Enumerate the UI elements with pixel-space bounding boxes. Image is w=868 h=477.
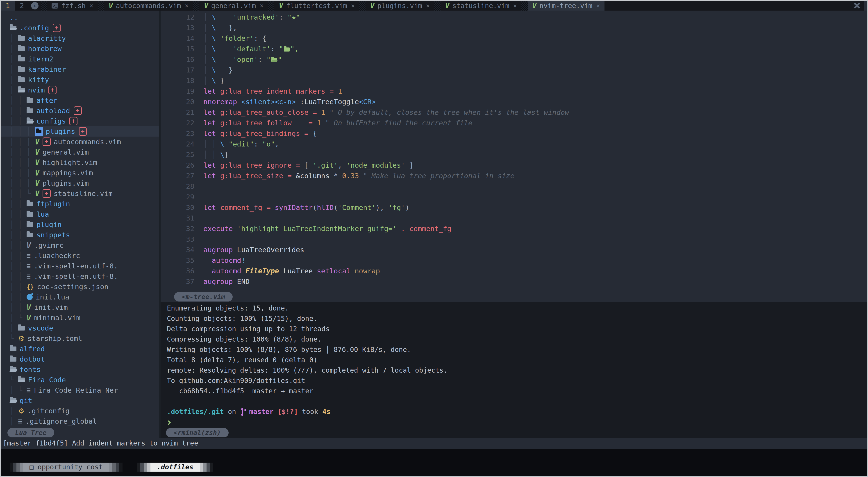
indent-guides: │ │: [10, 293, 27, 301]
tab-close-button[interactable]: ×: [89, 2, 93, 9]
tree-item-iterm2[interactable]: │ iterm2: [1, 54, 159, 64]
history-back-button[interactable]: ←: [29, 1, 41, 10]
code-text: augroup END: [204, 276, 250, 287]
tree-item-autocommands.vim[interactable]: │ │ │ V+autocommands.vim: [1, 137, 159, 147]
kitty-tab-.dotfiles[interactable]: .dotfiles: [137, 463, 213, 472]
tree-item-alacritty[interactable]: │ alacritty: [1, 33, 159, 43]
tab-close-button[interactable]: ×: [351, 2, 355, 9]
tree-item-fonts[interactable]: fonts: [1, 364, 159, 375]
code-line: 22let g:lua_tree_follow = 1 " On bufEnte…: [161, 118, 867, 128]
tree-item-.config[interactable]: .config+: [1, 23, 159, 33]
tab-number-2[interactable]: 2: [15, 1, 29, 10]
prompt-segment: [$!?]: [274, 408, 298, 416]
tree-item-..[interactable]: ..: [1, 12, 159, 23]
tab-close-button[interactable]: ×: [596, 2, 600, 9]
tab-close-button[interactable]: ×: [185, 2, 189, 9]
editor-pane[interactable]: 12│ \ 'untracked': "★"13│ \ },14│ \ 'fol…: [161, 10, 867, 292]
tree-item-plugins.vim[interactable]: │ │ │ Vplugins.vim: [1, 178, 159, 188]
buffer-tab-fzf.sh[interactable]: >_fzf.sh×: [47, 1, 98, 10]
tree-item-.luacheckrc[interactable]: │ │ ≡.luacheckrc: [1, 250, 159, 261]
tree-item-.gitconfig[interactable]: │ ⚙.gitconfig: [1, 406, 159, 416]
prompt-chevron-icon: [166, 420, 171, 425]
tree-item-vscode[interactable]: │ vscode: [1, 323, 159, 333]
close-all-button[interactable]: [850, 1, 864, 10]
tree-item-lua[interactable]: │ │ lua: [1, 209, 159, 219]
tree-item-label: configs: [36, 117, 66, 125]
tree-item-Fira-Code[interactable]: └ Fira Code: [1, 375, 159, 385]
tree-item-alfred[interactable]: alfred: [1, 344, 159, 354]
buffer-tab-nvim-tree.vim[interactable]: Vnvim-tree.vim×: [528, 1, 604, 10]
tree-item-.vim-spell-en.utf-8.[interactable]: │ │ ≡.vim-spell-en.utf-8.: [1, 261, 159, 271]
buffer-tab-statusline.vim[interactable]: Vstatusline.vim×: [440, 1, 521, 10]
tab-close-button[interactable]: ×: [426, 2, 430, 9]
tree-item-git[interactable]: git: [1, 395, 159, 406]
tree-item-.vim-spell-en.utf-8.[interactable]: │ │ ≡.vim-spell-en.utf-8.: [1, 271, 159, 281]
vim-file-icon: V: [35, 189, 39, 198]
tree-item-starship.toml[interactable]: └ ⚙starship.toml: [1, 333, 159, 344]
folder-closed-icon: [18, 77, 25, 82]
tree-item-homebrew[interactable]: │ homebrew: [1, 43, 159, 54]
tree-item-.gitignore-global[interactable]: │ ≡.gitignore_global: [1, 416, 159, 427]
git-push-output: Enumerating objects: 15, done.Counting o…: [167, 303, 867, 407]
tree-item-snippets[interactable]: │ │ snippets: [1, 230, 159, 240]
tree-item-statusline.vim[interactable]: │ │ └ V+statusline.vim: [1, 188, 159, 199]
tree-item-label: after: [36, 96, 57, 104]
tree-item-init.lua[interactable]: │ │ init.lua: [1, 292, 159, 302]
buffer-tab-general.vim[interactable]: Vgeneral.vim×: [199, 1, 268, 10]
vim-message-line: [master f1bd4f5] Add indent markers to n…: [1, 438, 867, 449]
indent-guides: │ │: [10, 303, 27, 311]
tree-item-label: snippets: [36, 231, 70, 239]
tree-item-init.vim[interactable]: │ │ Vinit.vim: [1, 302, 159, 312]
tab-close-button[interactable]: ×: [260, 2, 264, 9]
line-number: 31: [161, 213, 194, 224]
terminal-output-line: remote: Resolving deltas: 100% (7/7), co…: [167, 365, 867, 376]
terminal-status-pill: <rminal(zsh): [166, 428, 228, 437]
tree-item-karabiner[interactable]: │ karabiner: [1, 64, 159, 74]
tree-item-.gvimrc[interactable]: │ │ V.gvimrc: [1, 240, 159, 250]
buffer-tab-fluttertest.vim[interactable]: Vfluttertest.vim×: [274, 1, 359, 10]
text-file-icon: ≡: [27, 251, 31, 260]
code-line: 31: [161, 213, 867, 224]
tree-item-coc-settings.json[interactable]: │ │ {}coc-settings.json: [1, 281, 159, 292]
folder-closed-icon: [27, 212, 33, 217]
indent-guides: │ │: [10, 272, 27, 280]
vim-file-icon: V: [27, 303, 31, 312]
buffer-tab-plugins.vim[interactable]: Vplugins.vim×: [366, 1, 434, 10]
tab-separator: [434, 1, 440, 10]
tree-item-configs[interactable]: │ │ configs+: [1, 116, 159, 126]
tree-item-after[interactable]: │ │ after: [1, 95, 159, 105]
close-icon: [854, 2, 860, 9]
code-line: 27let g:lua_tree_size = &columns * 0.33 …: [161, 171, 867, 181]
tab-close-button[interactable]: ×: [513, 2, 517, 9]
tree-item-Fira-Code-Retina-Ner[interactable]: │ └ ≡Fira Code Retina Ner: [1, 385, 159, 395]
vim-file-icon: V: [27, 313, 31, 322]
terminal-output-line: Enumerating objects: 15, done.: [167, 303, 867, 313]
tree-item-highlight.vim[interactable]: │ │ │ Vhighlight.vim: [1, 157, 159, 168]
tree-item-nvim[interactable]: │ nvim+: [1, 85, 159, 95]
tree-item-plugins[interactable]: │ │ │ plugins+: [1, 126, 159, 137]
tree-item-label: plugins: [46, 127, 75, 135]
tab-label: autocommands.vim: [116, 2, 181, 10]
git-status-badge: +: [42, 137, 51, 146]
tree-item-ftplugin[interactable]: │ │ ftplugin: [1, 199, 159, 209]
tree-item-mappings.vim[interactable]: │ │ │ Vmappings.vim: [1, 168, 159, 178]
tree-item-kitty[interactable]: │ kitty: [1, 74, 159, 85]
indent-guides: │ └: [10, 386, 27, 394]
tree-item-autoload[interactable]: │ │ autoload+: [1, 105, 159, 116]
tree-item-plugin[interactable]: │ │ plugin: [1, 219, 159, 230]
line-number: 17: [161, 65, 194, 75]
terminal-output-line: Counting objects: 100% (15/15), done.: [167, 313, 867, 324]
tree-item-general.vim[interactable]: │ │ │ Vgeneral.vim: [1, 147, 159, 157]
folder-open-icon: [18, 378, 25, 382]
kitty-tab-opportunity-cost[interactable]: □ opportunity_cost: [10, 463, 123, 472]
code-line: 21let g:lua_tree_auto_close = 1 " 0 by d…: [161, 107, 867, 118]
tree-item-dotbot[interactable]: dotbot: [1, 354, 159, 364]
terminal-pane[interactable]: Enumerating objects: 15, done.Counting o…: [161, 302, 867, 427]
line-number: 23: [161, 128, 194, 139]
buffer-tab-autocommands.vim[interactable]: Vautocommands.vim×: [104, 1, 193, 10]
code-text: autocmd!: [204, 255, 246, 266]
folder-open-icon: [10, 398, 17, 403]
tree-item-label: plugins.vim: [42, 179, 89, 187]
tree-item-minimal.vim[interactable]: │ └ Vminimal.vim: [1, 312, 159, 323]
tab-number-1[interactable]: 1: [1, 1, 15, 10]
